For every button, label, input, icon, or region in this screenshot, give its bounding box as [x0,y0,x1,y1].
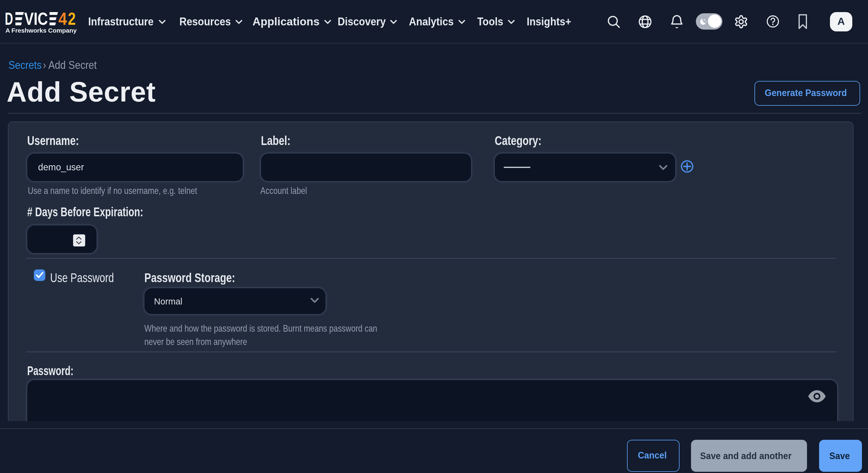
svg-text:2: 2 [68,12,76,26]
svg-text:VIC: VIC [24,12,48,26]
svg-text:4: 4 [58,12,67,26]
svg-text:D: D [5,12,13,26]
